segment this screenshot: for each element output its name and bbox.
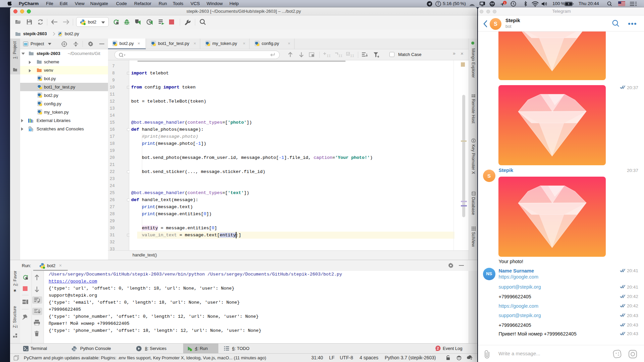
svg-text:T: T [437,2,439,6]
svg-text:II: II [350,54,354,58]
svg-text:II: II [327,54,331,58]
svg-text:2: 2 [437,347,439,350]
svg-text:1: 1 [504,1,505,5]
svg-text:II: II [338,54,342,58]
